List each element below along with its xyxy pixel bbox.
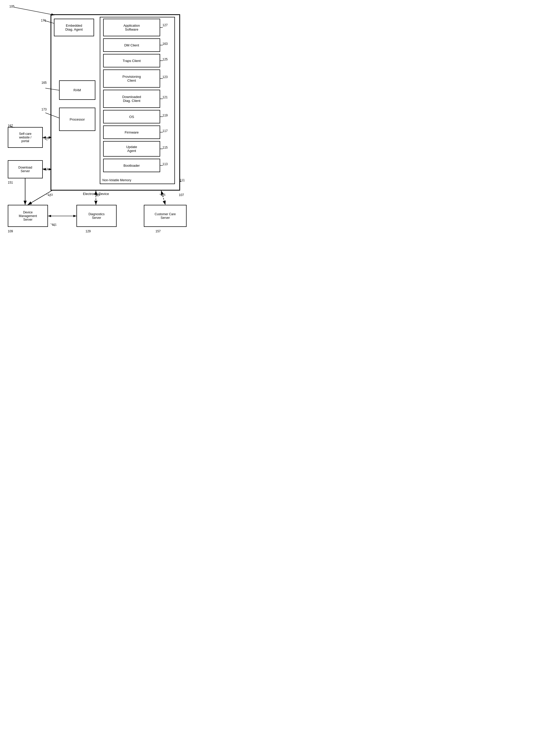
electronic-device-label: Electronic Device	[83, 192, 109, 196]
ref-109: 109	[8, 229, 13, 233]
update-agent-box: Update Agent	[103, 141, 160, 157]
processor-box: Processor	[59, 108, 96, 131]
traps-client-box: Traps Client	[103, 54, 160, 68]
svg-line-30	[159, 194, 164, 197]
svg-line-2	[14, 7, 54, 15]
ref-129: 129	[85, 229, 91, 233]
ref-167: 167	[8, 124, 13, 128]
ref-111: 111	[180, 178, 185, 182]
ref-171: 171	[41, 19, 46, 22]
ram-box: RAM	[59, 80, 96, 100]
ref-151: 151	[8, 181, 13, 184]
download-server-box: Download Server	[8, 160, 43, 178]
svg-line-25	[28, 190, 52, 205]
os-box: OS	[103, 110, 160, 123]
dm-client-box: DM Client	[103, 38, 160, 52]
svg-line-18	[42, 137, 47, 140]
ref-123: 123	[162, 75, 168, 79]
ref-115: 115	[162, 146, 168, 149]
ref-125: 125	[162, 57, 168, 61]
device-management-server-box: Device Management Server	[8, 205, 48, 227]
ref-165: 165	[42, 81, 47, 84]
ref-121: 121	[162, 96, 168, 99]
ref-163: 163	[162, 42, 168, 46]
ref-113: 113	[162, 162, 168, 166]
svg-line-24	[46, 194, 51, 197]
provisioning-client-box: Provisioning Client	[103, 70, 160, 88]
selfcare-box: Self-care website / portal	[8, 127, 43, 148]
downloaded-diag-client-box: Downloaded Diag. Client	[103, 90, 160, 108]
svg-text:161: 161	[52, 223, 56, 226]
ref-173: 173	[42, 108, 47, 111]
svg-text:169: 169	[45, 137, 50, 140]
svg-line-33	[51, 224, 55, 226]
ref-119: 119	[162, 113, 168, 117]
svg-line-31	[161, 190, 165, 205]
ref-117: 117	[162, 129, 168, 133]
diagnostics-server-box: Diagnostics Server	[76, 205, 116, 227]
diagram: 105 Electronic Device 107 Non-Volatile M…	[0, 0, 194, 259]
svg-text:153: 153	[44, 168, 48, 171]
ref-107: 107	[179, 193, 184, 197]
ref-105: 105	[9, 5, 15, 8]
embedded-diag-agent-box: Embedded Diag. Agent	[54, 19, 94, 36]
ref-127: 127	[162, 23, 168, 27]
nvm-label: Non-Volatile Memory	[102, 178, 131, 182]
customer-care-server-box: Customer Care Server	[144, 205, 187, 227]
svg-text:155: 155	[161, 193, 165, 196]
bootloader-box: Bootloader	[103, 159, 160, 172]
ref-157: 157	[156, 229, 161, 233]
firmware-box: Firmware	[103, 126, 160, 139]
application-software-box: Application Software	[103, 19, 160, 36]
svg-line-21	[42, 168, 47, 171]
svg-text:143: 143	[48, 193, 53, 196]
